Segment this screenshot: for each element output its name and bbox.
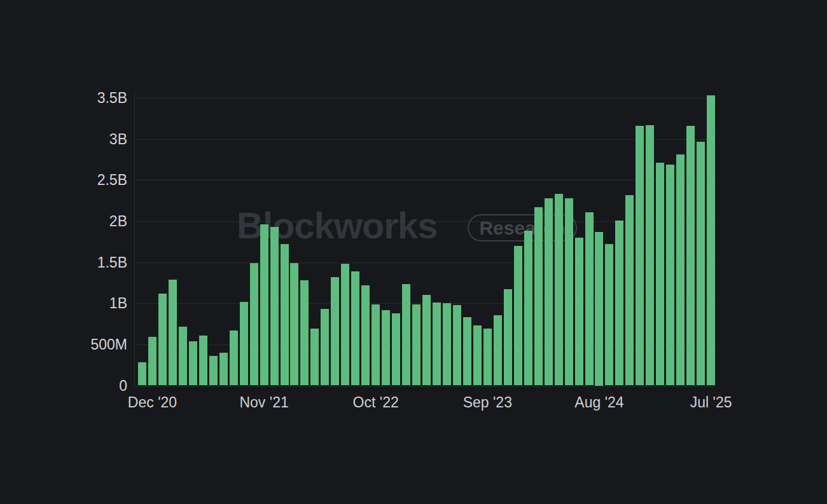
x-tick-label: Oct '22 xyxy=(353,395,399,410)
y-axis-line xyxy=(134,91,135,386)
y-tick-label: 3.5B xyxy=(97,91,127,106)
x-tick-label: Sep '23 xyxy=(463,395,512,410)
x-tick-label: Nov '21 xyxy=(239,395,288,410)
bar-chart: Blockworks Research 0500M1B1.5B2B2.5B3B3… xyxy=(0,0,827,504)
x-tick-label: Aug '24 xyxy=(574,395,623,410)
y-tick-label: 3B xyxy=(109,132,127,146)
y-tick-label: 1.5B xyxy=(97,255,127,269)
y-tick-label: 500M xyxy=(90,337,127,351)
x-axis-line xyxy=(134,386,716,386)
y-tick-label: 0 xyxy=(119,378,127,393)
x-tick-label: Jul '25 xyxy=(690,395,732,410)
y-tick-label: 2B xyxy=(109,214,127,228)
y-tick-label: 2.5B xyxy=(97,173,127,187)
x-tick-label: Dec '20 xyxy=(128,395,177,410)
y-tick-label: 1B xyxy=(109,296,127,311)
axes-layer: 0500M1B1.5B2B2.5B3B3.5BDec '20Nov '21Oct… xyxy=(0,0,827,504)
